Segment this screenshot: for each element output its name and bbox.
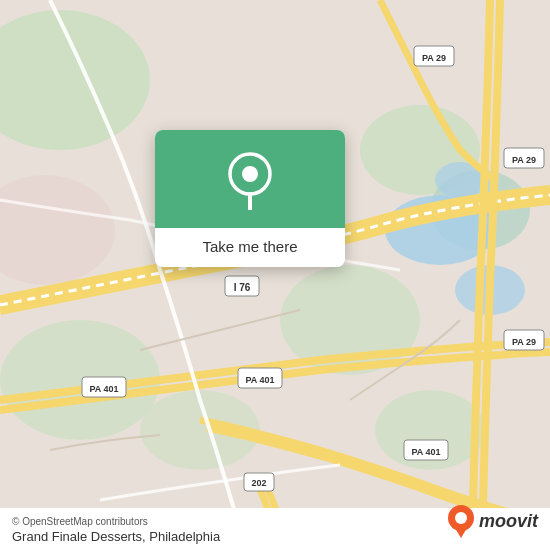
svg-text:PA 401: PA 401 — [89, 384, 118, 394]
svg-text:PA 401: PA 401 — [411, 447, 440, 457]
moovit-logo: moovit — [447, 504, 538, 538]
svg-point-29 — [242, 166, 258, 182]
svg-text:PA 29: PA 29 — [422, 53, 446, 63]
moovit-text: moovit — [479, 511, 538, 532]
map-svg: I 76 PA 29 PA 29 PA 29 PA 401 PA 401 PA … — [0, 0, 550, 550]
svg-text:202: 202 — [251, 478, 266, 488]
popup-card[interactable]: Take me there — [155, 130, 345, 267]
popup-header — [155, 130, 345, 228]
take-me-there-button[interactable]: Take me there — [186, 228, 313, 267]
map-container: I 76 PA 29 PA 29 PA 29 PA 401 PA 401 PA … — [0, 0, 550, 550]
svg-text:PA 401: PA 401 — [245, 375, 274, 385]
svg-text:I 76: I 76 — [234, 282, 251, 293]
svg-text:PA 29: PA 29 — [512, 155, 536, 165]
moovit-pin-icon — [447, 504, 475, 538]
svg-text:PA 29: PA 29 — [512, 337, 536, 347]
svg-point-32 — [455, 512, 467, 524]
location-pin-icon — [226, 152, 274, 210]
svg-marker-33 — [455, 528, 467, 538]
